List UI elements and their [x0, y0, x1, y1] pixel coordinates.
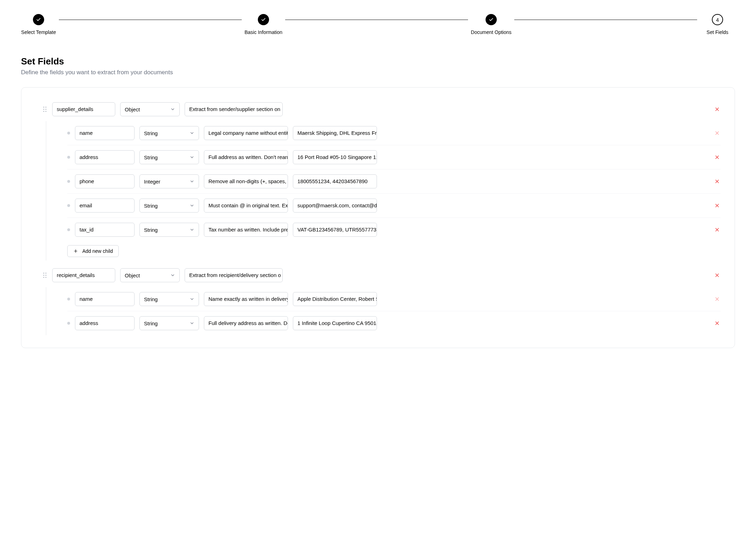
- step-basic-information[interactable]: Basic Information: [245, 14, 282, 35]
- field-example-input[interactable]: support@maersk.com, contact@d: [293, 199, 377, 213]
- delete-field-button[interactable]: [714, 272, 721, 279]
- field-name-input[interactable]: name: [75, 126, 135, 140]
- field-name-input[interactable]: address: [75, 150, 135, 164]
- page-title: Set Fields: [21, 56, 735, 67]
- field-description-input[interactable]: Tax number as written. Include pre: [204, 223, 288, 237]
- svg-point-21: [46, 273, 47, 274]
- child-dot-icon: [67, 228, 70, 231]
- field-example-input[interactable]: 16 Port Road #05-10 Singapore 11: [293, 150, 377, 164]
- field-example-input[interactable]: VAT-GB123456789, UTR5557773: [293, 223, 377, 237]
- step-label: Document Options: [471, 29, 511, 35]
- field-type-value: String: [144, 227, 158, 233]
- field-name-input[interactable]: tax_id: [75, 223, 135, 237]
- svg-point-24: [43, 277, 44, 278]
- field-description-input[interactable]: Full delivery address as written. Do: [204, 316, 288, 330]
- chevron-down-icon: [190, 321, 194, 326]
- chevron-down-icon: [190, 155, 194, 160]
- step-circle-done: [33, 14, 44, 25]
- svg-point-23: [46, 275, 47, 276]
- close-icon: [714, 320, 720, 326]
- chevron-down-icon: [170, 107, 175, 112]
- field-group: supplier_details Object Extract from sen…: [42, 97, 721, 261]
- field-type-select[interactable]: String: [139, 316, 199, 330]
- delete-field-button[interactable]: [714, 226, 721, 233]
- close-icon: [714, 179, 720, 184]
- page-header: Set Fields Define the fields you want to…: [21, 56, 735, 76]
- field-name-input[interactable]: email: [75, 199, 135, 213]
- field-example-input[interactable]: Maersk Shipping, DHL Express Fr: [293, 126, 377, 140]
- add-child-button[interactable]: Add new child: [67, 245, 119, 257]
- add-child-label: Add new child: [82, 248, 113, 254]
- delete-field-button[interactable]: [714, 178, 721, 185]
- field-description-input[interactable]: Remove all non-digits (+, spaces,: [204, 174, 288, 188]
- step-document-options[interactable]: Document Options: [471, 14, 511, 35]
- field-type-select[interactable]: String: [139, 150, 199, 164]
- field-child-row: name String Name exactly as written in d…: [67, 287, 721, 311]
- field-name-input[interactable]: address: [75, 316, 135, 330]
- field-child-row: address String Full address as written. …: [67, 145, 721, 169]
- child-dot-icon: [67, 156, 70, 159]
- page-subtitle: Define the fields you want to extract fr…: [21, 69, 735, 76]
- close-icon: [714, 227, 720, 233]
- field-description-input[interactable]: Extract from recipient/delivery section …: [185, 268, 283, 282]
- field-example-input[interactable]: Apple Distribution Center, Robert S: [293, 292, 377, 306]
- close-icon: [714, 130, 720, 136]
- field-example-input[interactable]: 18005551234, 442034567890: [293, 174, 377, 188]
- check-icon: [489, 17, 494, 22]
- child-dot-icon: [67, 132, 70, 134]
- field-name-input[interactable]: name: [75, 292, 135, 306]
- field-group: recipient_details Object Extract from re…: [42, 263, 721, 335]
- chevron-down-icon: [190, 227, 194, 232]
- field-type-value: String: [144, 320, 158, 326]
- field-child-row: tax_id String Tax number as written. Inc…: [67, 218, 721, 242]
- svg-point-0: [43, 107, 44, 108]
- step-set-fields[interactable]: 4 Set Fields: [700, 14, 735, 35]
- field-parent-row: recipient_details Object Extract from re…: [42, 263, 721, 287]
- child-dot-icon: [67, 298, 70, 300]
- field-description-input[interactable]: Must contain @ in original text. Ex: [204, 199, 288, 213]
- delete-field-button[interactable]: [714, 296, 721, 303]
- field-child-row: email String Must contain @ in original …: [67, 194, 721, 218]
- field-type-select[interactable]: Object: [120, 268, 180, 282]
- delete-field-button[interactable]: [714, 154, 721, 161]
- field-description-input[interactable]: Full address as written. Don't rearr: [204, 150, 288, 164]
- field-type-select[interactable]: Object: [120, 102, 180, 116]
- step-circle-done: [486, 14, 497, 25]
- field-type-select[interactable]: String: [139, 199, 199, 213]
- field-example-input[interactable]: 1 Infinite Loop Cupertino CA 95014: [293, 316, 377, 330]
- step-label: Set Fields: [707, 29, 728, 35]
- delete-field-button[interactable]: [714, 202, 721, 209]
- field-name-input[interactable]: recipient_details: [52, 268, 115, 282]
- field-type-select[interactable]: String: [139, 292, 199, 306]
- field-type-select[interactable]: String: [139, 126, 199, 140]
- delete-field-button[interactable]: [714, 106, 721, 113]
- field-type-value: Integer: [144, 179, 160, 185]
- field-name-input[interactable]: phone: [75, 174, 135, 188]
- field-description-input[interactable]: Legal company name without entit: [204, 126, 288, 140]
- field-type-value: Object: [125, 272, 140, 278]
- field-type-value: String: [144, 203, 158, 209]
- child-dot-icon: [67, 204, 70, 207]
- delete-field-button[interactable]: [714, 320, 721, 327]
- check-icon: [36, 17, 41, 22]
- field-type-select[interactable]: String: [139, 223, 199, 237]
- field-name-input[interactable]: supplier_details: [52, 102, 115, 116]
- field-type-value: String: [144, 130, 158, 136]
- field-type-select[interactable]: Integer: [139, 174, 199, 188]
- chevron-down-icon: [190, 297, 194, 302]
- close-icon: [714, 272, 720, 278]
- svg-point-1: [46, 107, 47, 108]
- step-circle-done: [258, 14, 269, 25]
- field-description-input[interactable]: Extract from sender/supplier section on: [185, 102, 283, 116]
- drag-handle-icon[interactable]: [42, 106, 47, 112]
- step-number: 4: [716, 17, 719, 23]
- step-label: Basic Information: [245, 29, 282, 35]
- delete-field-button[interactable]: [714, 130, 721, 137]
- drag-handle-icon[interactable]: [42, 272, 47, 278]
- svg-point-20: [43, 273, 44, 274]
- field-child-row: address String Full delivery address as …: [67, 311, 721, 335]
- field-description-input[interactable]: Name exactly as written in delivery: [204, 292, 288, 306]
- step-select-template[interactable]: Select Template: [21, 14, 56, 35]
- step-line: [59, 20, 242, 20]
- field-child-row: name String Legal company name without e…: [67, 121, 721, 145]
